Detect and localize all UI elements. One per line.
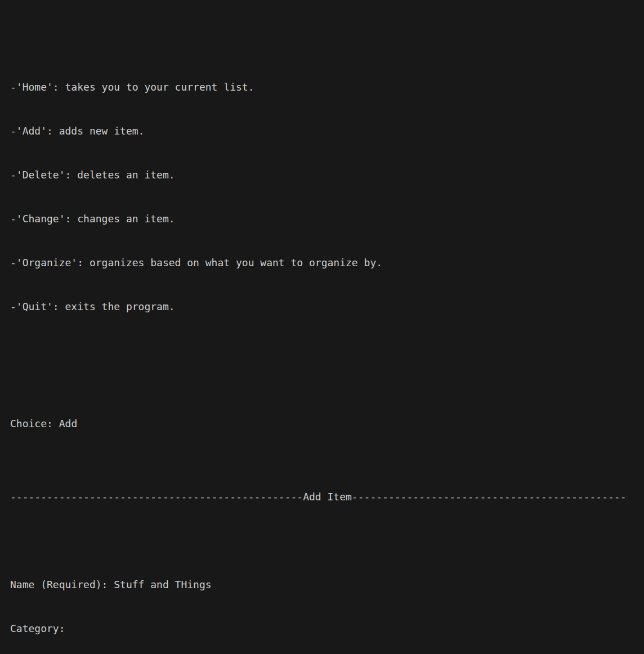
menu-item-organize: -'Organize': organizes based on what you…: [10, 256, 644, 270]
blank-line: [10, 343, 644, 358]
choice-entered-value: Add: [59, 418, 78, 429]
choice-prompt-label: Choice:: [10, 418, 59, 429]
choice-prompt-line: Choice: Add: [10, 416, 644, 431]
menu-item-home: -'Home': takes you to your current list.: [10, 80, 644, 95]
field-category: Category:: [10, 621, 644, 636]
field-name-label: Name (Required):: [10, 579, 114, 590]
menu-item-quit: -'Quit': exits the program.: [10, 299, 644, 314]
menu-item-change: -'Change': changes an item.: [10, 212, 644, 226]
blank-line: [10, 534, 644, 548]
menu-item-add: -'Add': adds new item.: [10, 124, 644, 138]
section-separator-add-item: ----------------------------------------…: [10, 490, 628, 504]
menu-item-delete: -'Delete': deletes an item.: [10, 168, 644, 182]
field-name: Name (Required): Stuff and THings: [10, 577, 644, 592]
field-name-value: Stuff and THings: [114, 579, 211, 590]
terminal-window[interactable]: -'Home': takes you to your current list.…: [0, 0, 644, 654]
field-category-label: Category:: [10, 622, 71, 634]
